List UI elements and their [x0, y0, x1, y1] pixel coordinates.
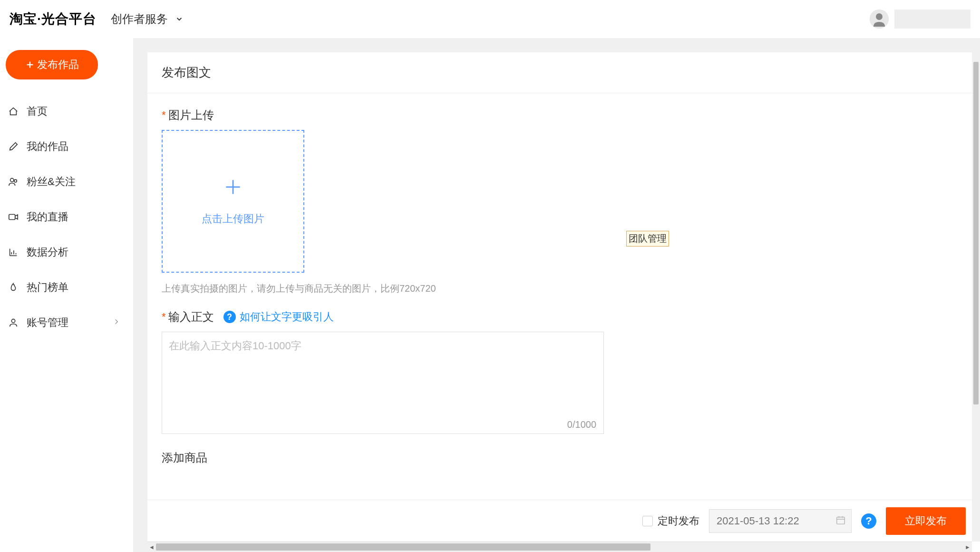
header: 淘宝·光合平台 创作者服务	[0, 0, 980, 38]
sidebar-item-label: 热门榜单	[27, 280, 68, 295]
svg-point-5	[14, 179, 17, 182]
footer-help-icon[interactable]: ?	[861, 513, 876, 529]
sidebar-item-ranking[interactable]: 热门榜单	[0, 270, 133, 305]
chevron-down-icon	[175, 15, 184, 23]
video-icon	[8, 211, 19, 223]
sidebar-item-label: 账号管理	[27, 315, 68, 330]
textarea-wrap: 0/1000	[162, 332, 604, 436]
upload-box-text: 点击上传图片	[202, 212, 264, 226]
main-panel: 发布图文 * 图片上传 点击上传图片 上传真实拍摄的图片，请勿上传与商品无关的图…	[147, 52, 980, 552]
tooltip: 团队管理	[626, 231, 669, 246]
publish-button[interactable]: 发布作品	[6, 50, 98, 79]
page-title-section: 发布图文	[147, 52, 980, 93]
schedule-checkbox-wrap[interactable]: 定时发布	[642, 514, 699, 528]
scroll-left-arrow[interactable]: ◄	[147, 542, 156, 552]
sidebar-item-analytics[interactable]: 数据分析	[0, 235, 133, 270]
body-container: 发布作品 首页 我的作品 粉丝&关注 我的直播	[0, 38, 980, 552]
help-text: 如何让文字更吸引人	[240, 310, 334, 324]
submit-button[interactable]: 立即发布	[886, 507, 966, 535]
schedule-label: 定时发布	[658, 514, 699, 528]
main-scroll[interactable]: 发布图文 * 图片上传 点击上传图片 上传真实拍摄的图片，请勿上传与商品无关的图…	[147, 52, 980, 500]
scrollbar-vthumb[interactable]	[973, 62, 979, 404]
scrollbar-thumb[interactable]	[156, 543, 650, 551]
user-icon	[8, 317, 19, 328]
content-textarea[interactable]	[162, 332, 604, 434]
sidebar-item-label: 粉丝&关注	[27, 175, 76, 189]
upload-label: * 图片上传	[162, 108, 966, 123]
home-icon	[8, 106, 19, 117]
main-container: 发布图文 * 图片上传 点击上传图片 上传真实拍摄的图片，请勿上传与商品无关的图…	[133, 38, 980, 552]
sidebar-item-fans[interactable]: 粉丝&关注	[0, 164, 133, 199]
help-icon: ?	[223, 311, 236, 323]
fans-icon	[8, 176, 19, 187]
sidebar-item-home[interactable]: 首页	[0, 94, 133, 129]
add-product-label-text: 添加商品	[162, 450, 207, 465]
pen-icon	[8, 141, 19, 152]
fire-icon	[8, 282, 19, 293]
avatar[interactable]	[870, 10, 889, 29]
logo: 淘宝·光合平台	[10, 10, 97, 28]
upload-group: * 图片上传 点击上传图片 上传真实拍摄的图片，请勿上传与商品无关的图片，比例7…	[162, 108, 966, 295]
sidebar-item-account[interactable]: 账号管理	[0, 305, 133, 340]
add-product-group: 添加商品	[162, 450, 966, 465]
chart-icon	[8, 246, 19, 258]
svg-rect-15	[837, 517, 845, 524]
upload-hint: 上传真实拍摄的图片，请勿上传与商品无关的图片，比例720x720	[162, 282, 966, 295]
publish-label: 发布作品	[37, 58, 79, 72]
required-star: *	[162, 109, 166, 121]
upload-label-text: 图片上传	[168, 108, 214, 123]
header-left: 淘宝·光合平台 创作者服务	[10, 10, 184, 28]
content-label-text: 输入正文	[168, 309, 214, 325]
calendar-icon	[835, 515, 846, 527]
scrollbar-horizontal[interactable]: ◄ ►	[147, 542, 972, 552]
content-help-link[interactable]: ? 如何让文字更吸引人	[223, 310, 334, 324]
sidebar-item-label: 我的直播	[27, 210, 68, 224]
date-input-wrap	[709, 509, 852, 533]
service-label: 创作者服务	[111, 11, 168, 27]
svg-point-12	[11, 319, 15, 323]
char-count: 0/1000	[567, 419, 596, 430]
required-star: *	[162, 311, 166, 323]
scroll-right-arrow[interactable]: ►	[963, 542, 972, 552]
svg-point-1	[876, 13, 883, 20]
content-group: * 输入正文 ? 如何让文字更吸引人 0/1000	[162, 309, 966, 436]
upload-box[interactable]: 点击上传图片	[162, 130, 304, 273]
page-title: 发布图文	[162, 64, 966, 81]
form-section: * 图片上传 点击上传图片 上传真实拍摄的图片，请勿上传与商品无关的图片，比例7…	[147, 93, 980, 494]
sidebar: 发布作品 首页 我的作品 粉丝&关注 我的直播	[0, 38, 133, 552]
add-product-label: 添加商品	[162, 450, 966, 465]
footer-bar: 定时发布 ? 立即发布	[147, 500, 980, 542]
svg-point-4	[10, 178, 14, 182]
sidebar-item-live[interactable]: 我的直播	[0, 199, 133, 235]
username-placeholder	[894, 10, 970, 29]
content-label: * 输入正文 ? 如何让文字更吸引人	[162, 309, 966, 325]
svg-rect-6	[9, 215, 15, 220]
schedule-checkbox[interactable]	[642, 516, 653, 526]
sidebar-item-label: 首页	[27, 104, 48, 118]
upload-plus-icon	[223, 177, 243, 197]
scrollbar-vertical[interactable]	[972, 52, 980, 542]
plus-icon	[25, 59, 35, 70]
sidebar-item-works[interactable]: 我的作品	[0, 129, 133, 164]
header-right	[870, 10, 970, 29]
sidebar-item-label: 数据分析	[27, 245, 68, 259]
service-dropdown[interactable]: 创作者服务	[111, 11, 184, 27]
date-input[interactable]	[709, 509, 852, 533]
sidebar-item-label: 我的作品	[27, 139, 68, 154]
chevron-right-icon	[112, 316, 121, 329]
